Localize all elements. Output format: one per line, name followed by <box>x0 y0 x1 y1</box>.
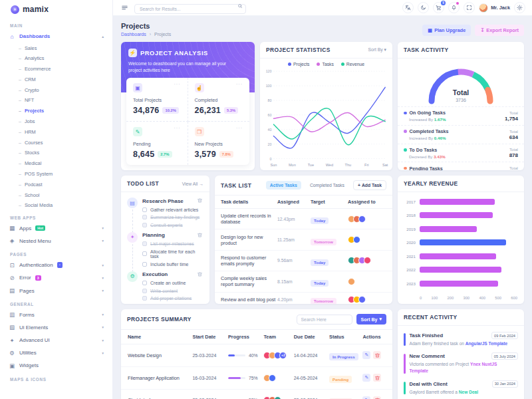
export-report-button[interactable]: ↧Export Report <box>475 25 524 36</box>
sidebar-item-ui-elements[interactable]: ▧Ui Elements▾ <box>0 321 112 334</box>
activity-link[interactable]: New Deal <box>459 390 478 394</box>
add-task-button[interactable]: + Add Task <box>353 180 386 190</box>
svg-text:Sat: Sat <box>382 163 388 167</box>
plan-upgrade-button[interactable]: ▦Plan Upgrade <box>422 25 471 36</box>
notifications-bell-icon[interactable] <box>448 2 460 13</box>
search-input[interactable] <box>134 4 246 14</box>
trash-icon[interactable] <box>197 271 203 278</box>
edit-icon[interactable]: ✎ <box>362 374 370 382</box>
sidebar: ✳ mamix MAIN⌂Dashboards▴–Sales–Analytics… <box>0 0 113 399</box>
todo-checkbox[interactable] <box>142 296 147 301</box>
hamburger-icon[interactable] <box>120 3 129 13</box>
more-options-icon[interactable]: ··· <box>174 83 181 86</box>
svg-text:120: 120 <box>266 69 272 73</box>
todo-checkbox[interactable] <box>142 281 147 285</box>
sidebar-item-nested-menu[interactable]: ◈Nested Menu▾ <box>0 235 112 247</box>
delete-icon[interactable] <box>373 351 381 359</box>
sidebar-item-forms[interactable]: ▥Forms▾ <box>0 309 112 321</box>
activity-description: Victoria commented on Project Ynex NuxtJ… <box>410 361 513 374</box>
task-row[interactable]: Review and edit blog post4.20pmTomorrow <box>215 293 392 305</box>
settings-gear-icon[interactable] <box>514 2 525 13</box>
sidebar-item-pages[interactable]: ▤Pages▾ <box>0 284 112 297</box>
task-row[interactable]: Update client records in database12.43pm… <box>215 209 392 229</box>
edit-icon[interactable]: ✎ <box>362 396 370 399</box>
recent-activity-list: Task Finished09 Feb 2024Adam Berry finis… <box>398 326 524 399</box>
total-value: 634 <box>509 134 518 140</box>
sidebar-subitem-ecommerce[interactable]: –Ecommerce <box>0 64 112 74</box>
sidebar-subitem-pos-system[interactable]: –POS System <box>0 169 112 180</box>
fullscreen-icon[interactable] <box>464 2 475 13</box>
view-all-link[interactable]: View All → <box>182 182 203 186</box>
sidebar-subitem-hrm[interactable]: –HRM <box>0 126 112 137</box>
sidebar-item-apps[interactable]: ▦AppsHot▾ <box>0 222 112 235</box>
bar-2020 <box>420 239 506 245</box>
task-row[interactable]: Compile weekly sales report summary8.15a… <box>215 271 392 292</box>
todo-checkbox[interactable] <box>142 289 147 293</box>
sidebar-subitem-crypto[interactable]: –Crypto <box>0 84 112 95</box>
todo-checkbox[interactable] <box>142 223 147 227</box>
user-profile[interactable]: Mr. Jack <box>479 3 510 13</box>
brand-logo[interactable]: ✳ mamix <box>0 0 112 19</box>
todo-item-label: Add proper citations <box>150 296 192 301</box>
summary-search-input[interactable] <box>297 315 352 325</box>
activity-link[interactable]: Ynex NuxtJS Template <box>410 362 497 373</box>
todo-checkbox[interactable] <box>142 251 147 256</box>
sidebar-subitem-medical[interactable]: –Medical <box>0 158 112 169</box>
summary-sort-button[interactable]: Sort By ▾ <box>356 314 386 325</box>
sidebar-item-widgets[interactable]: ▣Widgets <box>0 359 112 372</box>
delete-icon[interactable] <box>373 396 381 399</box>
sort-by-dropdown[interactable]: Sort By ▾ <box>368 47 386 53</box>
sidebar-item-dashboards[interactable]: ⌂Dashboards▴ <box>0 30 112 43</box>
todo-item: Gather relevant articles <box>142 207 203 212</box>
sidebar-subitem-analytics[interactable]: –Analytics <box>0 53 112 64</box>
sidebar-subitem-sales[interactable]: –Sales <box>0 43 112 53</box>
theme-toggle-icon[interactable] <box>418 2 429 13</box>
sidebar-subitem-stocks[interactable]: –Stocks <box>0 148 112 158</box>
more-options-icon[interactable]: ··· <box>236 127 243 130</box>
lightning-icon: ⚡ <box>128 49 137 57</box>
sidebar-subitem-school[interactable]: –School <box>0 190 112 200</box>
trash-icon[interactable] <box>197 198 203 204</box>
project-row[interactable]: Chat Interface28-02-202458%28-03-2024Ong… <box>121 390 392 399</box>
sidebar-item-label: Error <box>19 275 31 281</box>
sidebar-item-utilities[interactable]: ⚙Utilities▾ <box>0 346 112 359</box>
subitem-dash: – <box>19 77 21 82</box>
bar-row-2022: 2022 <box>404 267 517 273</box>
todo-checkbox[interactable] <box>142 215 147 219</box>
sidebar-subitem-projects[interactable]: –Projects <box>0 106 112 116</box>
chevron-down-icon: ▾ <box>102 313 104 317</box>
sidebar-subitem-courses[interactable]: –Courses <box>0 137 112 148</box>
sidebar-subitem-podcast[interactable]: –Podcast <box>0 179 112 190</box>
trash-icon[interactable] <box>197 232 203 239</box>
edit-icon[interactable]: ✎ <box>362 351 370 359</box>
more-options-icon[interactable]: ··· <box>236 83 243 86</box>
sidebar-item-error[interactable]: ⊘Error3▾ <box>0 271 112 284</box>
activity-link[interactable]: AngularJS Template <box>466 341 507 346</box>
sidebar-subitem-crm[interactable]: –CRM <box>0 74 112 85</box>
todo-checkbox[interactable] <box>142 262 147 267</box>
sidebar-subitem-nft[interactable]: –NFT <box>0 95 112 106</box>
more-options-icon[interactable]: ··· <box>174 127 181 130</box>
sidebar-item-advanced-ui[interactable]: ✦Advanced UI▾ <box>0 334 112 346</box>
breadcrumb-dashboards[interactable]: Dashboards <box>121 32 146 37</box>
project-row[interactable]: Filemanager Application16-03-202475%24-0… <box>121 367 392 390</box>
tab-completed-tasks[interactable]: Completed Tasks <box>306 181 348 190</box>
sidebar-subitem-jobs[interactable]: –Jobs <box>0 116 112 127</box>
delete-icon[interactable] <box>373 374 381 382</box>
cart-icon[interactable]: 5 <box>433 2 444 13</box>
todo-item: Include buffer time <box>142 262 203 267</box>
task-row[interactable]: Respond to customer emails promptly9.56a… <box>215 251 392 271</box>
sidebar-subitem-social-media[interactable]: –Social Media <box>0 200 112 211</box>
project-row[interactable]: Website Design25-03-202440%+214-04-2024I… <box>121 344 392 367</box>
todo-checkbox[interactable] <box>142 207 147 212</box>
language-icon[interactable] <box>402 2 414 13</box>
task-activity-change: Increased By 0.46% <box>409 136 448 140</box>
search-icon[interactable] <box>237 3 243 9</box>
task-row[interactable]: Design logo for new product11.25amTomorr… <box>215 229 392 250</box>
target-badge: Tomorrow <box>311 298 336 304</box>
task-assigned-time: 12.43pm <box>277 217 311 221</box>
tab-active-tasks[interactable]: Active Tasks <box>266 181 301 190</box>
svg-text:40: 40 <box>268 128 272 132</box>
todo-checkbox[interactable] <box>142 241 147 246</box>
sidebar-item-authentication[interactable]: ⊡Authentication▫▾ <box>0 259 112 271</box>
